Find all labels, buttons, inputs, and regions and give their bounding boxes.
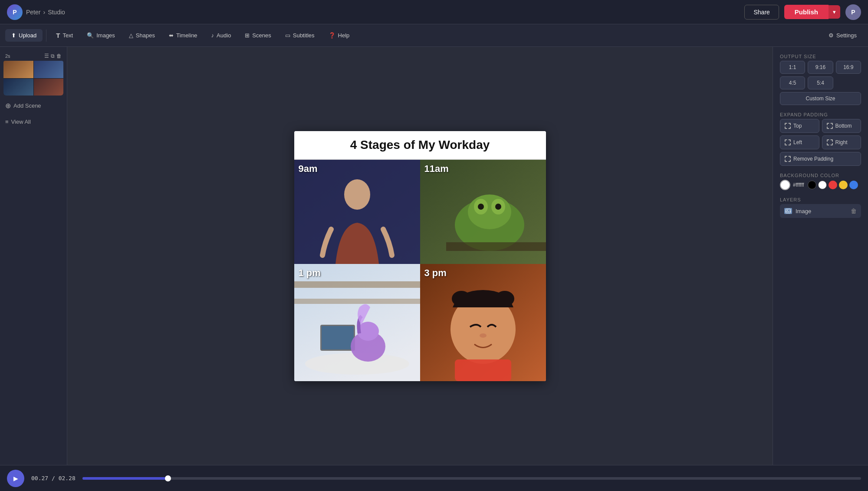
layer-item[interactable]: Image 🗑 xyxy=(780,204,861,218)
settings-button[interactable]: ⚙ Settings xyxy=(822,29,863,42)
pad-right-button[interactable]: Right xyxy=(822,135,861,149)
pad-top-icon xyxy=(785,123,791,129)
progress-thumb[interactable] xyxy=(165,475,171,481)
toolbar: ⬆ Upload T Text 🔍 Images △ Shapes ⬌ Time… xyxy=(0,24,868,47)
list-icon: ≡ xyxy=(5,119,9,125)
svg-rect-25 xyxy=(786,209,791,213)
publish-group: Publish ▾ xyxy=(784,5,840,19)
custom-size-button[interactable]: Custom Size xyxy=(780,92,861,105)
meme-container[interactable]: 4 Stages of My Workday 9am xyxy=(294,131,546,381)
color-black[interactable] xyxy=(808,181,816,189)
color-white-circle[interactable] xyxy=(780,180,790,190)
svg-point-8 xyxy=(478,204,484,210)
view-all-button[interactable]: ≡ View All xyxy=(3,116,63,128)
expand-padding-title: EXPAND PADDING xyxy=(780,112,861,117)
cell-label-3pm: 3 pm xyxy=(424,267,447,279)
toolbar-text[interactable]: T Text xyxy=(50,29,79,42)
breadcrumb-user: Peter xyxy=(26,9,40,16)
scene-copy-icon: ⧉ xyxy=(51,53,55,59)
color-red[interactable] xyxy=(829,181,837,189)
add-scene-label: Add Scene xyxy=(13,102,41,109)
images-label: Images xyxy=(96,32,115,39)
view-all-label: View All xyxy=(11,119,31,125)
svg-point-9 xyxy=(495,204,501,210)
share-button[interactable]: Share xyxy=(744,5,779,20)
toolbar-help[interactable]: ❓ Help xyxy=(322,29,356,42)
scene-delete-icon: 🗑 xyxy=(56,53,62,59)
size-grid: 1:1 9:16 16:9 4:5 5:4 xyxy=(780,61,861,89)
right-panel: OUTPUT SIZE 1:1 9:16 16:9 4:5 5:4 Custom… xyxy=(773,47,868,465)
layer-delete-icon[interactable]: 🗑 xyxy=(851,208,857,214)
color-yellow[interactable] xyxy=(839,181,848,189)
settings-icon: ⚙ xyxy=(829,32,834,39)
cell-label-1pm: 1 pm xyxy=(299,267,321,279)
color-blue[interactable] xyxy=(849,181,858,189)
color-hex-value: #ffffff xyxy=(793,182,804,188)
output-size-section: OUTPUT SIZE 1:1 9:16 16:9 4:5 5:4 Custom… xyxy=(780,54,861,105)
svg-point-26 xyxy=(787,210,788,211)
pad-left-label: Left xyxy=(793,139,802,145)
svg-rect-13 xyxy=(294,299,420,304)
layers-section: LAYERS Image 🗑 xyxy=(780,197,861,218)
toolbar-audio[interactable]: ♪ Audio xyxy=(205,29,237,42)
time-display: 00.27 / 02.28 xyxy=(31,475,76,481)
scenes-icon: ⊞ xyxy=(245,32,250,39)
color-palette xyxy=(808,181,858,189)
cell-11am-graphic xyxy=(420,160,546,264)
bg-color-swatch[interactable]: #ffffff xyxy=(780,180,804,190)
color-white[interactable] xyxy=(818,181,827,189)
toolbar-subtitles[interactable]: ▭ Subtitles xyxy=(279,29,321,42)
remove-padding-button[interactable]: Remove Padding xyxy=(780,152,861,166)
layer-label: Image xyxy=(796,208,811,214)
toolbar-images[interactable]: 🔍 Images xyxy=(81,29,121,42)
toolbar-shapes[interactable]: △ Shapes xyxy=(123,29,161,42)
size-btn-16-9[interactable]: 16:9 xyxy=(836,61,861,74)
settings-label: Settings xyxy=(836,32,857,39)
layer-left: Image xyxy=(784,208,811,214)
scene-quad-2 xyxy=(34,61,64,78)
publish-chevron-button[interactable]: ▾ xyxy=(829,5,840,19)
progress-fill xyxy=(82,477,168,480)
progress-bar[interactable] xyxy=(82,477,861,480)
images-icon: 🔍 xyxy=(87,32,94,39)
upload-label: Upload xyxy=(19,32,36,39)
text-label: Text xyxy=(62,32,73,39)
play-button[interactable]: ▶ xyxy=(7,470,24,487)
breadcrumb-sep: › xyxy=(43,9,45,16)
timeline-label: Timeline xyxy=(176,32,197,39)
breadcrumb-section: Studio xyxy=(48,9,65,16)
svg-rect-12 xyxy=(294,281,420,288)
layer-image-icon xyxy=(784,208,792,214)
scene-quad-3 xyxy=(3,79,33,96)
toolbar-upload[interactable]: ⬆ Upload xyxy=(5,29,43,42)
publish-button[interactable]: Publish xyxy=(784,5,829,19)
size-btn-5-4[interactable]: 5:4 xyxy=(808,76,833,89)
pad-left-button[interactable]: Left xyxy=(780,135,819,149)
size-btn-9-16[interactable]: 9:16 xyxy=(808,61,833,74)
toolbar-scenes[interactable]: ⊞ Scenes xyxy=(239,29,277,42)
bg-color-section: BACKGROUND COLOR #ffffff xyxy=(780,173,861,190)
size-btn-4-5[interactable]: 4:5 xyxy=(780,76,805,89)
pad-right-icon xyxy=(827,139,833,145)
shapes-icon: △ xyxy=(129,32,133,39)
add-scene-button[interactable]: ⊕ Add Scene xyxy=(3,99,63,112)
size-btn-1-1[interactable]: 1:1 xyxy=(780,61,805,74)
pad-bottom-button[interactable]: Bottom xyxy=(822,119,861,133)
breadcrumb: Peter › Studio xyxy=(26,9,65,16)
shapes-label: Shapes xyxy=(136,32,155,39)
main-content: 2s ☰ ⧉ 🗑 ⊕ Add Scene ≡ View All xyxy=(0,47,868,465)
svg-point-2 xyxy=(344,179,370,210)
pad-left-icon xyxy=(785,139,791,145)
text-icon: T xyxy=(56,32,60,39)
user-avatar[interactable]: P xyxy=(845,4,861,20)
current-time: 00.27 xyxy=(31,475,48,481)
svg-rect-24 xyxy=(455,359,511,381)
pad-top-button[interactable]: Top xyxy=(780,119,819,133)
meme-grid: 9am xyxy=(294,160,546,381)
toolbar-timeline[interactable]: ⬌ Timeline xyxy=(163,29,204,42)
toolbar-sep-1 xyxy=(46,30,46,42)
scene-thumbnail[interactable]: 2s ☰ ⧉ 🗑 xyxy=(3,52,63,96)
cell-1pm-graphic xyxy=(294,264,420,381)
remove-pad-icon xyxy=(785,156,791,162)
top-bar-right: Share Publish ▾ P xyxy=(744,4,861,20)
